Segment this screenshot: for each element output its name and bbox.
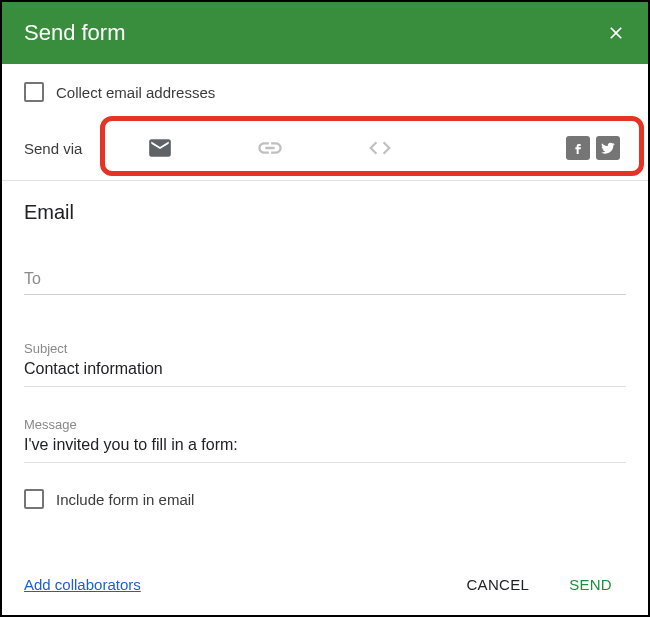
facebook-share-button[interactable]	[566, 136, 590, 160]
send-via-label: Send via	[24, 140, 102, 157]
facebook-icon	[570, 140, 586, 156]
social-share-group	[566, 136, 620, 160]
message-field[interactable]: Message I've invited you to fill in a fo…	[24, 407, 626, 463]
subject-field[interactable]: Subject Contact information	[24, 331, 626, 387]
collect-emails-label: Collect email addresses	[56, 84, 215, 101]
link-icon	[256, 134, 284, 162]
dialog-title: Send form	[24, 20, 126, 46]
add-collaborators-link[interactable]: Add collaborators	[24, 576, 141, 593]
twitter-icon	[600, 140, 616, 156]
send-button[interactable]: SEND	[555, 568, 626, 601]
email-icon	[147, 135, 173, 161]
send-via-link-tab[interactable]	[256, 134, 284, 162]
dialog-header: Send form	[2, 2, 648, 64]
collect-emails-row: Collect email addresses	[24, 64, 626, 116]
message-label: Message	[24, 417, 626, 432]
embed-icon	[367, 135, 393, 161]
to-field[interactable]: To	[24, 242, 626, 295]
collect-emails-checkbox[interactable]	[24, 82, 44, 102]
to-label: To	[24, 270, 626, 290]
include-form-label: Include form in email	[56, 491, 194, 508]
send-via-embed-tab[interactable]	[366, 134, 394, 162]
close-icon	[606, 23, 626, 43]
include-form-row: Include form in email	[24, 483, 626, 537]
cancel-button[interactable]: CANCEL	[452, 568, 543, 601]
email-section-heading: Email	[24, 181, 626, 242]
send-via-row: Send via	[24, 116, 626, 180]
message-value: I've invited you to fill in a form:	[24, 436, 626, 456]
subject-label: Subject	[24, 341, 626, 356]
include-form-checkbox[interactable]	[24, 489, 44, 509]
send-via-email-tab[interactable]	[146, 134, 174, 162]
send-via-tabs	[102, 134, 626, 162]
dialog-footer: Add collaborators CANCEL SEND	[2, 568, 648, 615]
twitter-share-button[interactable]	[596, 136, 620, 160]
subject-value: Contact information	[24, 360, 626, 380]
close-button[interactable]	[606, 23, 626, 43]
